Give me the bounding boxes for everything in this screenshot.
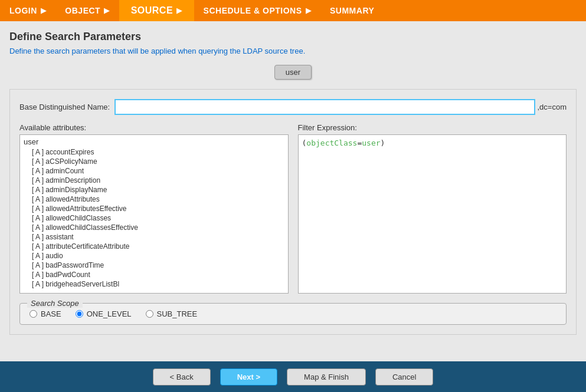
- nav-schedule-label: SCHEDULE & OPTIONS: [204, 6, 302, 15]
- list-item[interactable]: [ A ] badPwdCount: [20, 270, 288, 279]
- attr-list[interactable]: user [ A ] accountExpires [ A ] aCSPolic…: [19, 134, 289, 294]
- nav-login-label: LOGIN: [9, 6, 37, 15]
- panel: Base Distinguished Name: ,dc=com Availab…: [9, 89, 577, 335]
- page-title: Define Search Parameters: [9, 31, 577, 43]
- scope-base-label: BASE: [41, 309, 61, 318]
- list-item[interactable]: [ A ] badPasswordTime: [20, 261, 288, 270]
- attr-panel: Available attributes: user [ A ] account…: [19, 123, 289, 294]
- scope-sub-tree-label: SUB_TREE: [157, 309, 198, 318]
- nav-login-arrow: ▶: [41, 6, 47, 15]
- bottom-bar: < Back Next > Map & Finish Cancel: [0, 361, 586, 392]
- nav-source-arrow: ▶: [176, 6, 182, 15]
- filter-panel: Filter Expression: (objectClass=user): [298, 123, 567, 294]
- nav-source[interactable]: SOURCE ▶: [119, 0, 194, 21]
- list-item[interactable]: [ A ] audio: [20, 251, 288, 261]
- list-item[interactable]: [ A ] aCSPolicyName: [20, 157, 288, 166]
- attr-label: Available attributes:: [19, 123, 289, 132]
- columns: Available attributes: user [ A ] account…: [19, 123, 567, 294]
- list-item[interactable]: [ A ] attributeCertificateAttribute: [20, 242, 288, 251]
- list-item[interactable]: [ A ] bridgeheadServerListBl: [20, 279, 288, 289]
- base-dn-input[interactable]: [114, 99, 535, 115]
- filter-attr: objectClass: [306, 139, 357, 147]
- cancel-button[interactable]: Cancel: [375, 368, 433, 386]
- scope-base[interactable]: BASE: [30, 309, 61, 318]
- list-item[interactable]: [ A ] allowedChildClassesEffective: [20, 223, 288, 232]
- nav-summary-label: SUMMARY: [330, 6, 374, 15]
- scope-sub-tree[interactable]: SUB_TREE: [146, 309, 198, 318]
- scope-one-level-radio[interactable]: [76, 310, 83, 318]
- list-item[interactable]: [ A ] assistant: [20, 232, 288, 242]
- scope-base-radio[interactable]: [30, 310, 37, 318]
- list-item[interactable]: [ A ] allowedAttributesEffective: [20, 204, 288, 213]
- list-item[interactable]: [ A ] allowedChildClasses: [20, 213, 288, 223]
- nav-object-label: OBJECT: [65, 6, 100, 15]
- nav-object[interactable]: OBJECT ▶: [55, 0, 119, 21]
- dn-input-container: ,dc=com: [114, 99, 567, 115]
- list-item[interactable]: [ A ] accountExpires: [20, 147, 288, 157]
- scope-one-level[interactable]: ONE_LEVEL: [76, 309, 132, 318]
- list-item[interactable]: [ A ] adminDisplayName: [20, 185, 288, 195]
- nav-source-label: SOURCE: [131, 5, 173, 16]
- filter-label: Filter Expression:: [298, 123, 567, 132]
- list-item[interactable]: [ A ] allowedAttributes: [20, 195, 288, 204]
- dn-suffix: ,dc=com: [538, 103, 567, 111]
- scope-sub-tree-radio[interactable]: [146, 310, 153, 318]
- list-item[interactable]: [ A ] adminCount: [20, 166, 288, 176]
- nav-schedule[interactable]: SCHEDULE & OPTIONS ▶: [194, 0, 320, 21]
- page-subtitle: Define the search parameters that will b…: [9, 47, 577, 55]
- attr-list-inner: user [ A ] accountExpires [ A ] aCSPolic…: [20, 135, 288, 290]
- next-button[interactable]: Next >: [220, 368, 277, 386]
- filter-val: user: [362, 139, 380, 147]
- attr-root: user: [20, 136, 288, 147]
- scope-one-level-label: ONE_LEVEL: [87, 309, 132, 318]
- filter-box[interactable]: (objectClass=user): [298, 134, 567, 294]
- back-button[interactable]: < Back: [153, 368, 211, 386]
- nav-login[interactable]: LOGIN ▶: [0, 0, 55, 21]
- user-button[interactable]: user: [274, 65, 312, 80]
- user-button-container: user: [9, 65, 577, 80]
- nav-object-arrow: ▶: [104, 6, 110, 15]
- nav-bar: LOGIN ▶ OBJECT ▶ SOURCE ▶ SCHEDULE & OPT…: [0, 0, 586, 21]
- map-finish-button[interactable]: Map & Finish: [287, 368, 366, 386]
- base-dn-label: Base Distinguished Name:: [19, 103, 110, 111]
- scope-group: Search Scope BASE ONE_LEVEL SUB_TREE: [19, 303, 567, 325]
- main-content: Define Search Parameters Define the sear…: [0, 21, 586, 361]
- list-item[interactable]: [ A ] adminDescription: [20, 176, 288, 185]
- scope-legend: Search Scope: [27, 299, 83, 308]
- scope-container: Search Scope BASE ONE_LEVEL SUB_TREE: [19, 303, 567, 325]
- nav-schedule-arrow: ▶: [306, 6, 312, 15]
- filter-close-paren: ): [381, 139, 385, 147]
- base-dn-row: Base Distinguished Name: ,dc=com: [19, 99, 567, 115]
- nav-summary[interactable]: SUMMARY: [320, 0, 384, 21]
